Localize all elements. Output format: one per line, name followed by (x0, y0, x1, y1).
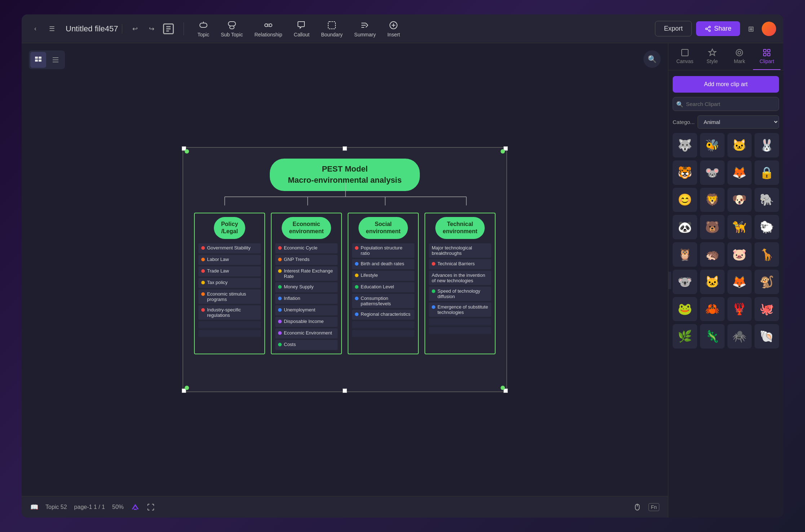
back-button[interactable]: ‹ (29, 22, 42, 35)
list-view-button[interactable] (48, 52, 63, 68)
undo-button[interactable]: ↩ (129, 22, 142, 35)
clipart-koala[interactable]: 🐨 (673, 270, 697, 294)
tab-mark[interactable]: Mark (726, 43, 753, 70)
list-item: Emergence of substitute technologies (429, 302, 491, 317)
clipart-search-input[interactable] (673, 97, 779, 111)
zoom-item: 50% (112, 504, 124, 510)
history-button[interactable] (162, 22, 175, 35)
page-info: page-1 1 / 1 (74, 504, 105, 510)
tab-canvas[interactable]: Canvas (671, 43, 699, 70)
corner-dot-tr (501, 149, 505, 154)
divider-1 (184, 22, 184, 35)
dot-red (201, 308, 205, 312)
clipart-rabbit[interactable]: 🐰 (755, 133, 779, 158)
clipart-bee[interactable]: 🐝 (700, 133, 725, 158)
tab-style[interactable]: Style (699, 43, 726, 70)
add-clipart-button[interactable]: Add more clip art (673, 76, 779, 93)
mouse-icon-item[interactable] (633, 503, 641, 511)
list-item: Education Level (352, 282, 414, 292)
fullscreen-item[interactable] (147, 503, 155, 511)
clipart-plant[interactable]: 🌿 (673, 324, 697, 349)
svg-rect-23 (35, 59, 38, 62)
clipart-smile[interactable]: 😊 (673, 188, 697, 212)
column-economic: Economicenvironment Economic Cycle GNP T… (271, 213, 342, 355)
mark-tab-icon (735, 48, 744, 57)
user-avatar[interactable] (762, 22, 776, 36)
dot-red (432, 262, 435, 266)
svg-rect-39 (764, 49, 766, 52)
subtopic-tool[interactable]: Sub Topic (216, 18, 248, 40)
clipart-bear[interactable]: 🐻 (700, 215, 725, 239)
svg-rect-21 (35, 57, 38, 59)
clipart-fox2[interactable]: 🦊 (727, 270, 752, 294)
svg-rect-25 (53, 57, 58, 58)
book-icon: 📖 (30, 503, 38, 511)
clipart-sheep[interactable]: 🐑 (755, 215, 779, 239)
category-select[interactable]: Animal (698, 115, 779, 129)
clipart-lion[interactable]: 🦁 (700, 188, 725, 212)
list-item: Economic stimulus programs (198, 289, 261, 304)
clipart-monkey[interactable]: 🐒 (755, 270, 779, 294)
topic-tool[interactable]: Topic (193, 18, 215, 40)
clipart-wolf[interactable]: 🐺 (673, 133, 697, 158)
redo-button[interactable]: ↪ (145, 22, 158, 35)
clipart-lobster[interactable]: 🦞 (727, 297, 752, 322)
collapse-arrow[interactable]: › (668, 272, 671, 289)
fn-badge: Fn (648, 503, 659, 511)
insert-tool[interactable]: Insert (382, 18, 405, 40)
clipart-elephant[interactable]: 🐘 (755, 188, 779, 212)
svg-rect-26 (53, 59, 58, 60)
clipart-grid: 🐺 🐝 🐱 🐰 🐯 🐭 🦊 🔒 😊 🦁 🐶 🐘 (668, 133, 783, 518)
relationship-tool[interactable]: Relationship (249, 18, 287, 40)
clipart-octopus[interactable]: 🐙 (755, 297, 779, 322)
mind-map-diagram: PEST Model Macro-environmental analysis (182, 147, 507, 392)
tab-clipart[interactable]: Clipart (753, 43, 780, 70)
summary-tool[interactable]: Summary (349, 18, 381, 40)
grid-view-button[interactable] (30, 52, 46, 68)
clipart-lizard[interactable]: 🦎 (700, 324, 725, 349)
canvas-search-button[interactable]: 🔍 (643, 50, 661, 68)
export-button[interactable]: Export (655, 21, 692, 36)
clipart-cat[interactable]: 🐱 (727, 133, 752, 158)
clipart-search-container: 🔍 (673, 97, 779, 111)
clipart-guide-dog[interactable]: 🦮 (727, 215, 752, 239)
list-item: Disposable Income (275, 317, 338, 327)
clipart-tiger[interactable]: 🐯 (673, 160, 697, 185)
clipart-shell[interactable]: 🐚 (755, 324, 779, 349)
share-button[interactable]: Share (696, 21, 740, 36)
corner-dot-tl (185, 149, 189, 154)
clipart-lock[interactable]: 🔒 (755, 160, 779, 185)
boundary-tool[interactable]: Boundary (316, 18, 348, 40)
clipart-cat2[interactable]: 🐱 (700, 270, 725, 294)
list-item: Inflation (275, 294, 338, 304)
policy-items: Government Stability Labor Law Trade Law… (198, 243, 261, 337)
clipart-dog[interactable]: 🐶 (727, 188, 752, 212)
apps-icon[interactable]: ⊞ (744, 22, 757, 35)
clipart-hedgehog[interactable]: 🦔 (700, 242, 725, 267)
callout-tool[interactable]: Callout (289, 18, 315, 40)
dot-green (355, 285, 358, 289)
clipart-pig[interactable]: 🐷 (727, 242, 752, 267)
list-item-empty (352, 321, 414, 328)
clipart-giraffe[interactable]: 🦒 (755, 242, 779, 267)
svg-rect-22 (39, 57, 41, 59)
clipart-panda[interactable]: 🐼 (673, 215, 697, 239)
social-header-oval: Socialenvironment (358, 217, 408, 239)
canvas-viewport[interactable]: PEST Model Macro-environmental analysis (22, 43, 668, 496)
clipart-fox[interactable]: 🦊 (727, 160, 752, 185)
clipart-spider[interactable]: 🕷️ (727, 324, 752, 349)
menu-button[interactable]: ☰ (45, 22, 58, 35)
clipart-crab[interactable]: 🦀 (700, 297, 725, 322)
dot-purple (278, 320, 282, 323)
clipart-row-6: 🐨 🐱 🦊 🐒 (673, 270, 779, 294)
clipart-frog[interactable]: 🐸 (673, 297, 697, 322)
book-icon-item[interactable]: 📖 (30, 503, 38, 511)
clipart-owl[interactable]: 🦉 (673, 242, 697, 267)
column-technical: Technicalenvironment Major technological… (425, 213, 496, 355)
dot-green (278, 285, 282, 289)
list-item-empty (429, 318, 491, 325)
social-items: Population structure ratio Birth and dea… (352, 243, 414, 337)
clipart-mouse[interactable]: 🐭 (700, 160, 725, 185)
list-item: Costs (275, 340, 338, 350)
svg-point-37 (736, 49, 743, 56)
